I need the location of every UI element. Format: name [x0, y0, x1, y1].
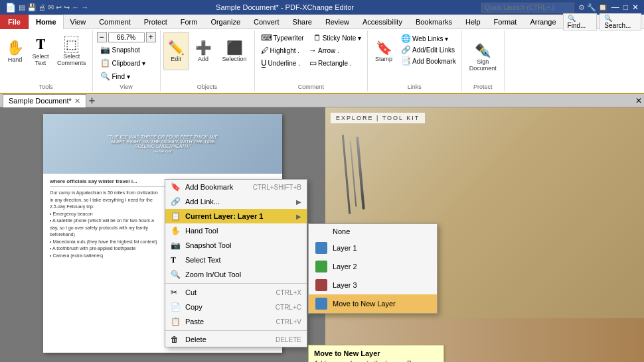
file-tab[interactable]: File — [0, 15, 29, 29]
tab-share[interactable]: Share — [286, 15, 319, 29]
tools-group-label: Tools — [3, 84, 90, 91]
hand-tool-ctx-icon: ✋ — [171, 226, 181, 235]
ctx-delete-shortcut: DELETE — [276, 336, 301, 343]
ctx-zoom[interactable]: 🔍 Zoom In/Out Tool — [165, 267, 307, 282]
sub-layer3[interactable]: Layer 3 — [309, 276, 437, 294]
links-group: 🔖 Stamp 🌐 Web Links ▾ 🔗 Add/Edit Links 📑… — [368, 30, 462, 91]
typewriter-button[interactable]: ⌨ Typewriter — [258, 32, 307, 44]
select-text-button[interactable]: 𝐓 SelectText — [29, 32, 52, 70]
comment-row1: ⌨ Typewriter 🗒 Sticky Note ▾ — [258, 32, 364, 44]
select-comments-button[interactable]: ⬚ SelectComments — [54, 32, 90, 70]
ctx-paste-shortcut: CTRL+V — [276, 318, 301, 326]
add-bookmark-button[interactable]: 📑 Add Bookmark — [398, 56, 459, 66]
sub-none[interactable]: None — [309, 224, 437, 239]
underline-icon: U̲ — [261, 58, 267, 68]
ctx-add-bookmark[interactable]: 🔖 Add Bookmark CTRL+SHIFT+B — [165, 180, 307, 194]
objects-group-items: ✏️ Edit ➕ Add ⬛ Selection — [163, 30, 252, 84]
comment-group: ⌨ Typewriter 🗒 Sticky Note ▾ 🖊 Highlight… — [255, 30, 368, 91]
ctx-delete[interactable]: 🗑 Delete DELETE — [165, 332, 307, 347]
tab-home[interactable]: Home — [29, 15, 64, 29]
main-area: "THE ICE WAS THREE OR FOUR FEET THICK. W… — [0, 107, 644, 362]
highlight-button[interactable]: 🖊 Highlight . — [258, 44, 303, 56]
close-doc-area-button[interactable]: ✕ — [633, 94, 644, 107]
sub-layer1[interactable]: Layer 1 — [309, 239, 437, 257]
doc-tab[interactable]: Sample Document* ✕ — [3, 94, 86, 107]
tab-arrange[interactable]: Arrange — [523, 15, 562, 29]
zoom-input[interactable] — [108, 32, 145, 42]
ctx-cut-label: Cut — [185, 288, 272, 296]
zoom-plus-button[interactable]: + — [146, 32, 156, 42]
stamp-button[interactable]: 🔖 Stamp — [370, 32, 397, 70]
app-icon: 📄 — [5, 3, 16, 13]
tab-review[interactable]: Review — [319, 15, 356, 29]
quick-launch-input[interactable] — [481, 3, 574, 13]
rectangle-label: Rectangle . — [318, 60, 352, 67]
select-text-ctx-icon: 𝐓 — [171, 255, 181, 265]
clipboard-button[interactable]: 📋 Clipboard ▾ — [97, 57, 156, 69]
highlight-label: Highlight . — [270, 47, 299, 54]
find-button[interactable]: 🔍 Find... — [563, 13, 598, 30]
sub-layer2[interactable]: Layer 2 — [309, 257, 437, 276]
snapshot-button[interactable]: 📷 Snapshot — [97, 44, 156, 56]
underline-button[interactable]: U̲ Underline . — [258, 57, 303, 69]
tooltip-title: Move to New Layer — [314, 349, 438, 357]
ctx-snapshot-tool[interactable]: 📷 Snapshot Tool — [165, 238, 307, 253]
hand-tool-button[interactable]: ✋ Hand — [3, 32, 27, 70]
ctx-add-bookmark-shortcut: CTRL+SHIFT+B — [253, 184, 301, 191]
comment-row2: 🖊 Highlight . → Arrow . — [258, 44, 364, 56]
ctx-add-link[interactable]: 🔗 Add Link... ▶ — [165, 194, 307, 209]
doc-tab-close-button[interactable]: ✕ — [74, 97, 80, 105]
tab-bookmarks[interactable]: Bookmarks — [409, 15, 459, 29]
add-button[interactable]: ➕ Add — [191, 32, 216, 70]
explore-label: EXPLORE | TOOL KIT — [331, 113, 425, 123]
search-button[interactable]: 🔍 Search... — [600, 13, 641, 30]
select-comments-icon: ⬚ — [64, 36, 78, 53]
minimize-button[interactable]: — — [611, 3, 619, 12]
selection-button[interactable]: ⬛ Selection — [218, 32, 252, 70]
new-tab-button[interactable]: + — [89, 95, 95, 106]
objects-group-label: Objects — [163, 84, 252, 91]
window-toolbar-icons: ▤ 💾 🖨 ✉ ↩ ↪ ← → — [19, 3, 88, 12]
doc-tab-title: Sample Document* — [9, 97, 72, 105]
protect-group-label: Protect — [465, 84, 501, 91]
tab-protect[interactable]: Protect — [137, 15, 174, 29]
tab-accessibility[interactable]: Accessibility — [356, 15, 409, 29]
hand-icon: ✋ — [6, 39, 24, 56]
add-edit-links-button[interactable]: 🔗 Add/Edit Links — [398, 44, 459, 55]
ctx-select-text[interactable]: 𝐓 Select Text — [165, 253, 307, 267]
sign-document-label: SignDocument — [469, 58, 497, 72]
tab-convert[interactable]: Convert — [247, 15, 286, 29]
tab-form[interactable]: Form — [174, 15, 204, 29]
paste-ctx-icon: 📋 — [171, 317, 181, 326]
ctx-hand-tool[interactable]: ✋ Hand Tool — [165, 223, 307, 238]
highlight-icon: 🖊 — [261, 46, 269, 55]
web-links-button[interactable]: 🌐 Web Links ▾ — [398, 33, 459, 44]
tab-comment[interactable]: Comment — [92, 15, 137, 29]
rectangle-button[interactable]: ▭ Rectangle . — [306, 57, 355, 69]
maximize-button[interactable]: □ — [623, 3, 628, 12]
sub-layer1-icon — [315, 242, 327, 254]
tab-view[interactable]: View — [64, 15, 93, 29]
find-ribbon-button[interactable]: 🔍 Find ▾ — [97, 70, 156, 82]
edit-button[interactable]: ✏️ Edit — [163, 32, 189, 70]
tab-organize[interactable]: Organize — [204, 15, 247, 29]
tab-format[interactable]: Format — [487, 15, 524, 29]
sign-document-button[interactable]: ✒️ SignDocument — [465, 38, 501, 76]
ctx-cut[interactable]: ✂ Cut CTRL+X — [165, 285, 307, 300]
doc-quote: "THE ICE WAS THREE OR FOUR FEET THICK. W… — [96, 129, 229, 158]
close-window-button[interactable]: ✕ — [632, 3, 639, 12]
web-links-label: Web Links ▾ — [412, 35, 448, 42]
arrow-button[interactable]: → Arrow . — [305, 44, 343, 56]
snapshot-tool-ctx-icon: 📷 — [171, 241, 181, 250]
select-text-label: SelectText — [32, 53, 48, 66]
sub-move-new-layer[interactable]: Move to New Layer — [309, 294, 437, 313]
ctx-current-layer[interactable]: 📋 Current Layer: Layer 1 ▶ — [165, 209, 307, 223]
ctx-copy[interactable]: 📄 Copy CTRL+C — [165, 300, 307, 314]
sticky-note-label: Sticky Note ▾ — [323, 34, 361, 42]
ctx-paste[interactable]: 📋 Paste CTRL+V — [165, 314, 307, 329]
ctx-separator-2 — [165, 330, 307, 331]
tab-help[interactable]: Help — [459, 15, 487, 29]
sticky-note-button[interactable]: 🗒 Sticky Note ▾ — [310, 32, 364, 44]
zoom-minus-button[interactable]: − — [97, 32, 107, 42]
edit-icon: ✏️ — [168, 40, 185, 56]
